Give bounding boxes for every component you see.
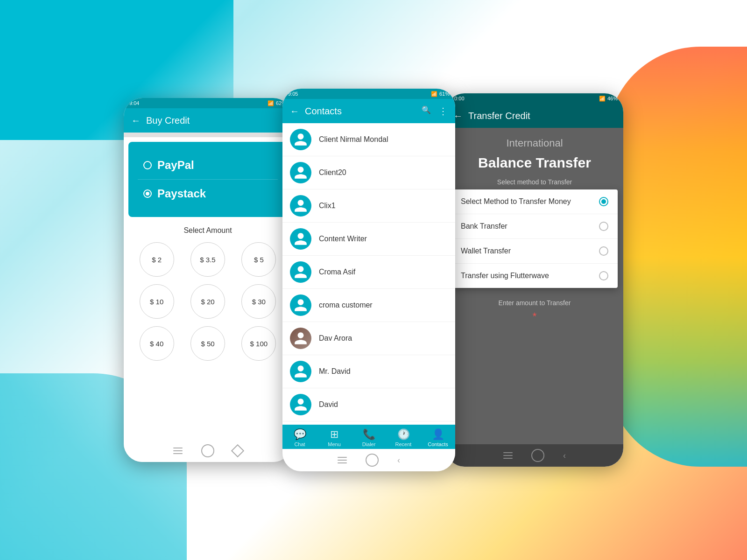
contact-item[interactable]: Content Writer [282, 223, 455, 256]
amount-50[interactable]: $ 50 [190, 326, 225, 361]
contact-item-dav[interactable]: Dav Arora [282, 322, 455, 355]
back-icon-1[interactable] [231, 444, 244, 457]
tab-dialer[interactable]: 📞 Dialer [355, 428, 383, 447]
recent-icon: 🕐 [397, 428, 410, 441]
search-icon-2[interactable]: 🔍 [422, 105, 431, 117]
chat-icon: 💬 [294, 428, 306, 441]
dropdown-option-1[interactable]: Bank Transfer [451, 214, 618, 239]
dropdown-radio-3[interactable] [599, 271, 608, 280]
paystack-option[interactable]: Paystack [138, 179, 278, 208]
back-button-2[interactable]: ← [290, 106, 299, 117]
dialer-icon: 📞 [363, 428, 375, 441]
avatar-2 [290, 195, 311, 217]
amount-5[interactable]: $ 5 [241, 242, 276, 277]
home-icon-1[interactable] [201, 444, 214, 457]
paypal-radio[interactable] [143, 161, 152, 169]
contact-name-6: Dav Arora [319, 334, 352, 343]
status-icons-3: 📶 46% [599, 96, 618, 102]
amount-100[interactable]: $ 100 [241, 326, 276, 361]
contacts-icon: 👤 [432, 428, 444, 441]
top-bar-2: ← Contacts 🔍 ⋮ [282, 99, 455, 123]
menu-icon: ⊞ [330, 428, 338, 441]
avatar-8 [290, 394, 311, 415]
avatar-0 [290, 129, 311, 150]
recents-icon-3[interactable] [503, 452, 513, 459]
dropdown-option-text-3: Transfer using Flutterwave [461, 272, 549, 280]
contact-item[interactable]: Clix1 [282, 189, 455, 223]
dropdown-option-text-1: Bank Transfer [461, 222, 507, 231]
tab-menu[interactable]: ⊞ Menu [320, 428, 348, 447]
paystack-radio[interactable] [143, 189, 152, 198]
contact-item[interactable]: Croma Asif [282, 256, 455, 289]
avatar-7 [290, 361, 311, 382]
select-amount-title: Select Amount [124, 226, 292, 235]
contacts-label: Contacts [428, 441, 448, 447]
contact-name-1: Client20 [319, 168, 346, 177]
contact-name-5: croma customer [319, 301, 373, 309]
contact-name-0: Client Nirmal Mondal [319, 135, 388, 144]
dropdown-radio-2[interactable] [599, 246, 608, 256]
tab-chat[interactable]: 💬 Chat [286, 428, 314, 447]
home-icon-2[interactable] [366, 454, 379, 467]
enter-amount-section: Enter amount to Transfer * [446, 299, 623, 322]
amount-30[interactable]: $ 30 [241, 284, 276, 319]
back-button-1[interactable]: ← [131, 115, 141, 126]
dropdown-radio-0[interactable] [599, 197, 608, 206]
contacts-body: Client Nirmal Mondal Client20 Clix1 Cont… [282, 123, 455, 425]
dropdown-option-3[interactable]: Transfer using Flutterwave [451, 264, 618, 288]
contact-name-7: Mr. David [319, 367, 351, 376]
back-arrow-icon-3[interactable]: ‹ [563, 451, 566, 461]
avatar-6 [290, 328, 311, 349]
phone-contacts: 9:05 📶 61% ← Contacts 🔍 ⋮ Client Nirmal … [282, 89, 455, 471]
dropdown-radio-1[interactable] [599, 222, 608, 231]
contact-item[interactable]: croma customer [282, 289, 455, 322]
status-icons-2: 📶 61% [431, 91, 450, 97]
balance-transfer-title: Balance Transfer [446, 151, 623, 178]
avatar-5 [290, 294, 311, 316]
amount-2[interactable]: $ 2 [140, 242, 174, 277]
amount-20[interactable]: $ 20 [190, 284, 225, 319]
home-icon-3[interactable] [531, 449, 544, 462]
top-bar-3: ← Transfer Credit [446, 104, 623, 128]
contact-item[interactable]: Mr. David [282, 355, 455, 388]
international-label: International [446, 128, 623, 151]
time-2: 9:05 [288, 91, 298, 97]
contact-item[interactable]: David Saborkvi2 [282, 421, 455, 425]
top-bar-1: ← Buy Credit [124, 108, 292, 133]
avatar-1 [290, 162, 311, 183]
amount-3-5[interactable]: $ 3.5 [190, 242, 225, 277]
dropdown-option-2[interactable]: Wallet Transfer [451, 239, 618, 264]
bottom-tab-bar-2: 💬 Chat ⊞ Menu 📞 Dialer 🕐 Recent 👤 Contac… [282, 425, 455, 449]
chat-label: Chat [294, 441, 305, 447]
recents-icon-2[interactable] [338, 457, 347, 463]
signal-icon-1: 📶 [268, 100, 274, 106]
avatar-3 [290, 228, 311, 250]
menu-icon-2[interactable]: ⋮ [438, 105, 448, 117]
amount-10[interactable]: $ 10 [140, 284, 174, 319]
avatar-4 [290, 261, 311, 283]
tab-contacts[interactable]: 👤 Contacts [424, 428, 452, 447]
page-title-2: Contacts [305, 106, 416, 117]
status-bar-1: 9:04 📶 62% [124, 98, 292, 108]
required-asterisk: * [446, 310, 623, 322]
paypal-label: PayPal [157, 159, 194, 172]
time-1: 9:04 [129, 100, 139, 106]
battery-2: 61% [439, 91, 450, 97]
back-arrow-icon-2[interactable]: ‹ [397, 455, 400, 465]
status-bar-2: 9:05 📶 61% [282, 89, 455, 99]
select-method-label: Select method to Transfer [446, 178, 623, 189]
tab-recent[interactable]: 🕐 Recent [389, 428, 417, 447]
contact-item[interactable]: Client20 [282, 156, 455, 189]
amount-grid: $ 2 $ 3.5 $ 5 $ 10 $ 20 $ 30 $ 40 $ 50 $… [124, 242, 292, 370]
recents-icon-1[interactable] [173, 448, 183, 454]
amount-40[interactable]: $ 40 [140, 326, 174, 361]
paypal-option[interactable]: PayPal [138, 151, 278, 179]
payment-options: PayPal Paystack [128, 142, 287, 217]
dropdown-option-text-0: Select Method to Transfer Money [461, 197, 571, 206]
contact-item[interactable]: Client Nirmal Mondal [282, 123, 455, 156]
page-title-3: Transfer Credit [468, 111, 616, 121]
top-bar-icons-2: 🔍 ⋮ [422, 105, 448, 117]
paystack-label: Paystack [157, 187, 206, 200]
dropdown-option-0[interactable]: Select Method to Transfer Money [451, 189, 618, 214]
contact-item[interactable]: David [282, 388, 455, 421]
